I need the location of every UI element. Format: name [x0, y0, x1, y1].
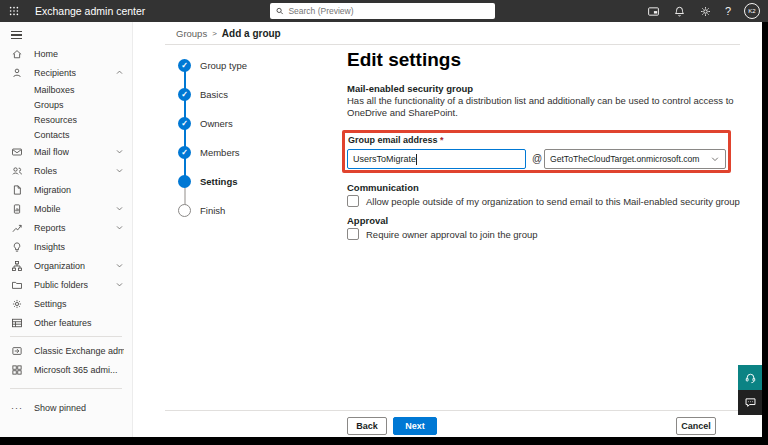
sidebar-item-label: Roles — [34, 166, 57, 176]
sidebar-item-label: Mail flow — [34, 147, 69, 157]
group-email-address-input[interactable] — [347, 149, 526, 169]
sidebar-item-recipients[interactable]: Recipients — [0, 63, 132, 82]
back-button[interactable]: Back — [347, 417, 387, 435]
external-email-checkbox-row[interactable]: Allow people outside of my organization … — [347, 195, 740, 207]
headset-icon — [744, 371, 757, 384]
sidebar-item-mailboxes[interactable]: Mailboxes — [0, 82, 132, 97]
footer-divider — [165, 410, 740, 411]
sidebar-item-label: Insights — [34, 242, 65, 252]
whats-new-icon[interactable] — [647, 5, 660, 18]
sidebar-item-insights[interactable]: Insights — [0, 237, 132, 256]
wizard-step-basics[interactable]: ✓ Basics — [178, 88, 228, 101]
email-domain-selected-value: GetToTheCloudTarget.onmicrosoft.com — [550, 154, 710, 164]
top-app-bar: Exchange admin center ? K2 — [0, 0, 768, 22]
sidebar-item-settings[interactable]: Settings — [0, 294, 132, 313]
nav-collapse-hamburger-icon[interactable] — [0, 26, 132, 44]
sidebar-item-other-features[interactable]: Other features — [0, 313, 132, 332]
sidebar-item-label: Migration — [34, 185, 71, 195]
global-search[interactable] — [270, 3, 495, 19]
sidebar-item-roles[interactable]: Roles — [0, 161, 132, 180]
sidebar-item-organization[interactable]: Organization — [0, 256, 132, 275]
sidebar-item-microsoft-365-admin[interactable]: Microsoft 365 admi... — [0, 360, 132, 379]
wizard-step-settings[interactable]: Settings — [178, 175, 237, 188]
group-email-address-label: Group email address * — [348, 135, 444, 145]
chevron-down-icon — [115, 204, 124, 213]
text-caret — [416, 154, 417, 165]
sidebar-item-migration[interactable]: Migration — [0, 180, 132, 199]
search-input[interactable] — [288, 6, 490, 16]
wizard-step-members[interactable]: ✓ Members — [178, 146, 240, 159]
chevron-up-icon — [115, 68, 124, 77]
sidebar-item-label: Mailboxes — [34, 85, 75, 95]
people-icon — [11, 165, 23, 177]
microsoft-365-icon — [11, 364, 23, 376]
help-support-button[interactable] — [738, 365, 762, 390]
sidebar-item-label: Show pinned — [34, 403, 86, 413]
settings-gear-icon[interactable] — [699, 5, 712, 18]
sidebar-divider — [10, 336, 122, 337]
sidebar-item-label: Microsoft 365 admi... — [34, 365, 118, 375]
chevron-down-icon — [115, 147, 124, 156]
help-icon[interactable]: ? — [725, 5, 731, 17]
account-avatar[interactable]: K2 — [744, 3, 760, 19]
next-button[interactable]: Next — [393, 417, 437, 435]
gear-icon — [11, 298, 23, 310]
sidebar-item-groups[interactable]: Groups — [0, 97, 132, 112]
document-icon — [11, 184, 23, 196]
sidebar-item-label: Other features — [34, 318, 92, 328]
step-completed-check-icon: ✓ — [178, 88, 191, 101]
ellipsis-icon: ··· — [11, 403, 23, 413]
step-completed-check-icon: ✓ — [178, 59, 191, 72]
sidebar-item-public-folders[interactable]: Public folders — [0, 275, 132, 294]
person-icon — [11, 67, 23, 79]
breadcrumb-current: Add a group — [222, 28, 281, 39]
step-label: Settings — [200, 176, 237, 187]
chevron-down-icon — [115, 223, 124, 232]
cancel-button[interactable]: Cancel — [676, 417, 716, 435]
approval-heading: Approval — [347, 215, 388, 226]
wizard-step-finish[interactable]: Finish — [178, 204, 225, 217]
owner-approval-checkbox[interactable] — [347, 228, 359, 240]
search-icon — [275, 6, 284, 16]
screen-frame-bottom — [0, 437, 768, 445]
group-email-address-label-text: Group email address — [348, 135, 438, 145]
owner-approval-checkbox-row[interactable]: Require owner approval to join the group — [347, 228, 538, 240]
step-completed-check-icon: ✓ — [178, 146, 191, 159]
at-symbol: @ — [532, 153, 542, 164]
chevron-down-icon — [115, 261, 124, 270]
app-title: Exchange admin center — [35, 5, 145, 17]
sidebar-item-resources[interactable]: Resources — [0, 112, 132, 127]
sidebar-item-label: Mobile — [34, 204, 61, 214]
breadcrumb-groups-link[interactable]: Groups — [176, 28, 207, 39]
sidebar-item-reports[interactable]: Reports — [0, 218, 132, 237]
sidebar-item-mobile[interactable]: Mobile — [0, 199, 132, 218]
wizard-step-group-type[interactable]: ✓ Group type — [178, 59, 247, 72]
notifications-bell-icon[interactable] — [673, 5, 686, 18]
app-launcher-waffle-icon[interactable] — [3, 0, 25, 22]
feedback-button[interactable] — [738, 390, 762, 415]
sidebar-item-contacts[interactable]: Contacts — [0, 127, 132, 142]
sidebar-item-mail-flow[interactable]: Mail flow — [0, 142, 132, 161]
sidebar-item-label: Public folders — [34, 280, 88, 290]
mobile-device-icon — [11, 203, 23, 215]
sidebar-item-label: Classic Exchange adm... — [34, 346, 124, 356]
step-label: Members — [200, 147, 240, 158]
sidebar-item-classic-exchange[interactable]: Classic Exchange adm... — [0, 341, 132, 360]
required-asterisk: * — [440, 135, 444, 145]
sidebar-item-show-pinned[interactable]: ··· Show pinned — [0, 398, 132, 417]
lightbulb-icon — [11, 241, 23, 253]
sidebar-item-home[interactable]: Home — [0, 44, 132, 63]
sidebar-item-label: Groups — [34, 100, 64, 110]
breadcrumb: Groups > Add a group — [176, 28, 281, 39]
email-domain-dropdown[interactable]: GetToTheCloudTarget.onmicrosoft.com — [544, 149, 726, 169]
wizard-step-owners[interactable]: ✓ Owners — [178, 117, 233, 130]
chevron-down-icon — [115, 280, 124, 289]
external-email-checkbox-label: Allow people outside of my organization … — [366, 196, 740, 207]
add-group-wizard-panel: Groups > Add a group ✓ Group type ✓ Basi… — [133, 22, 762, 437]
external-email-checkbox[interactable] — [347, 195, 359, 207]
owner-approval-checkbox-label: Require owner approval to join the group — [366, 229, 538, 240]
step-label: Owners — [200, 118, 233, 129]
folder-icon — [11, 279, 23, 291]
sidebar-item-label: Home — [34, 49, 58, 59]
group-type-description: Has all the functionality of a distribut… — [347, 95, 740, 118]
